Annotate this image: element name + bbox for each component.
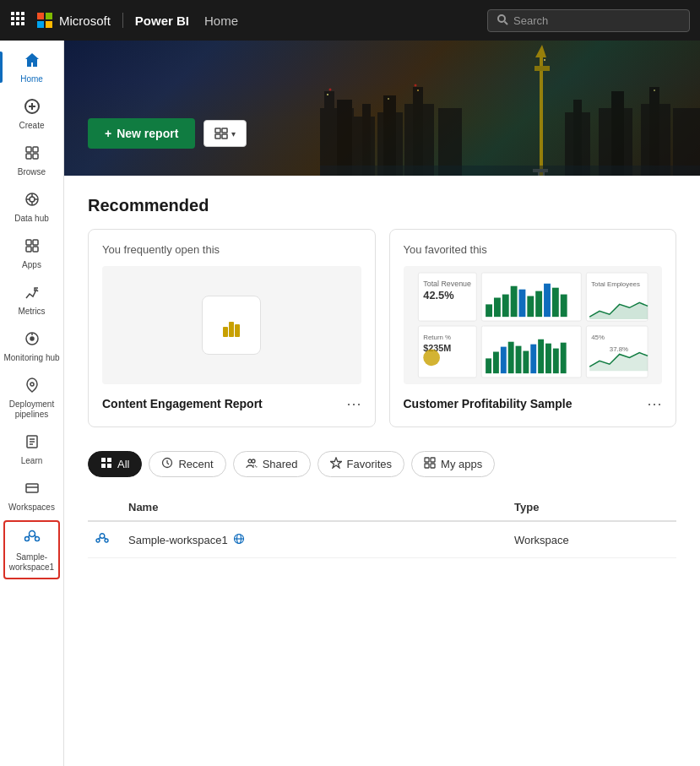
- svg-line-10: [505, 21, 508, 24]
- shared-icon: [246, 457, 258, 471]
- svg-rect-62: [611, 91, 624, 176]
- svg-text:Total Employees: Total Employees: [591, 280, 640, 288]
- rec-card-1-more[interactable]: ⋯: [346, 394, 361, 413]
- svg-rect-103: [492, 352, 498, 374]
- ms-logo-grid: [37, 13, 52, 28]
- svg-text:45%: 45%: [591, 334, 605, 341]
- sidebar-label-home: Home: [20, 74, 43, 84]
- svg-point-38: [29, 531, 35, 537]
- svg-rect-16: [26, 154, 31, 159]
- rec-card-1-subtitle: You frequently open this: [102, 243, 361, 256]
- row-workspace-icon: [95, 530, 110, 549]
- search-input[interactable]: [513, 14, 681, 27]
- sidebar-item-monitoring[interactable]: Monitoring hub: [0, 323, 63, 368]
- new-report-button[interactable]: + New report: [88, 118, 195, 149]
- svg-rect-91: [535, 291, 542, 318]
- rec-card-2-subtitle: You favorited this: [404, 243, 663, 256]
- svg-rect-126: [425, 458, 429, 462]
- svg-rect-36: [26, 484, 38, 492]
- rec-card-2-preview: Total Revenue 42.5%: [404, 266, 663, 384]
- filter-tab-recent[interactable]: Recent: [149, 451, 225, 477]
- table-header: Name Type: [88, 494, 676, 522]
- all-tab-icon: [100, 457, 112, 469]
- view-options-button[interactable]: ▾: [203, 120, 247, 147]
- filter-tab-myapps[interactable]: My apps: [411, 451, 495, 477]
- sidebar-label-create: Create: [19, 121, 44, 131]
- sidebar-label-workspaces: Workspaces: [8, 503, 55, 513]
- svg-rect-64: [649, 87, 659, 176]
- svg-rect-6: [11, 22, 14, 25]
- dashboard-preview: Total Revenue 42.5%: [409, 271, 658, 379]
- svg-rect-94: [560, 295, 567, 318]
- svg-text:42.5%: 42.5%: [423, 289, 454, 302]
- rec-card-1[interactable]: You frequently open this Content Engagem…: [88, 229, 376, 427]
- svg-rect-80: [235, 324, 240, 337]
- deployment-icon: [24, 377, 41, 398]
- sidebar-item-browse[interactable]: Browse: [0, 138, 63, 182]
- sidebar: Home Create Browse: [0, 41, 64, 766]
- svg-text:Total Revenue: Total Revenue: [423, 280, 471, 288]
- star-icon: [330, 457, 342, 469]
- workspaces-icon: [24, 480, 41, 501]
- sidebar-item-learn[interactable]: Learn: [0, 426, 63, 471]
- people-icon: [246, 457, 258, 469]
- microsoft-logo[interactable]: Microsoft: [37, 13, 123, 28]
- row-name-cell: Sample-workspace1: [122, 533, 507, 547]
- svg-point-72: [415, 84, 417, 87]
- monitoring-icon: [24, 330, 41, 351]
- row-icon-cell: [88, 530, 122, 549]
- recommended-title: Recommended: [88, 196, 676, 215]
- row-workspace-name: Sample-workspace1: [128, 534, 228, 546]
- svg-rect-92: [544, 284, 551, 317]
- hero-buttons: + New report ▾: [88, 118, 247, 155]
- content-area: + New report ▾ Recommended You: [64, 41, 700, 766]
- filter-tab-all[interactable]: All: [88, 451, 142, 477]
- svg-rect-27: [33, 247, 38, 252]
- svg-rect-78: [223, 327, 228, 337]
- sidebar-item-deployment[interactable]: Deployment pipelines: [0, 370, 63, 425]
- svg-rect-7: [16, 22, 19, 25]
- svg-point-31: [30, 383, 34, 386]
- svg-rect-2: [21, 12, 24, 15]
- learn-icon: [24, 433, 41, 454]
- filter-tab-shared-label: Shared: [263, 458, 298, 470]
- sidebar-item-create[interactable]: Create: [0, 91, 63, 136]
- brand-name: Microsoft: [59, 14, 111, 28]
- svg-line-134: [105, 538, 106, 540]
- sidebar-item-home[interactable]: Home: [0, 45, 63, 90]
- rec-card-2[interactable]: You favorited this Total Revenue 42.5%: [389, 229, 677, 427]
- new-report-plus-icon: +: [105, 127, 111, 140]
- workspace-label: Sample-workspace1: [8, 552, 55, 573]
- sidebar-item-apps[interactable]: Apps: [0, 231, 63, 275]
- svg-text:Return %: Return %: [423, 334, 451, 341]
- sidebar-item-datahub[interactable]: Data hub: [0, 184, 63, 229]
- svg-rect-112: [560, 343, 566, 373]
- svg-rect-0: [11, 12, 14, 15]
- sidebar-item-sample-workspace[interactable]: Sample-workspace1: [3, 520, 60, 579]
- table-row[interactable]: Sample-workspace1 Workspace: [88, 522, 676, 558]
- svg-rect-75: [222, 128, 227, 133]
- svg-rect-47: [362, 104, 371, 176]
- svg-rect-77: [222, 134, 227, 139]
- svg-rect-104: [500, 347, 506, 374]
- sidebar-item-metrics[interactable]: Metrics: [0, 277, 63, 322]
- filter-tabs: All Recent: [88, 451, 676, 477]
- browse-icon: [24, 144, 41, 166]
- filter-tab-shared[interactable]: Shared: [233, 451, 311, 477]
- page-body: Recommended You frequently open this: [64, 176, 700, 766]
- datahub-icon: [24, 191, 41, 212]
- search-bar[interactable]: [487, 9, 690, 32]
- rec-card-2-more[interactable]: ⋯: [647, 394, 662, 413]
- app-grid-icon[interactable]: [10, 11, 25, 30]
- col-header-type: Type: [507, 501, 676, 513]
- svg-rect-70: [654, 90, 655, 91]
- sidebar-label-datahub: Data hub: [14, 214, 49, 224]
- svg-rect-26: [26, 247, 31, 252]
- search-icon: [497, 14, 508, 28]
- svg-rect-109: [538, 340, 544, 373]
- hero-banner: + New report ▾: [64, 41, 700, 176]
- filter-tab-favorites[interactable]: Favorites: [317, 451, 404, 477]
- sidebar-item-workspaces[interactable]: Workspaces: [0, 473, 63, 518]
- bar-chart-icon: [216, 310, 247, 340]
- svg-rect-121: [107, 464, 111, 468]
